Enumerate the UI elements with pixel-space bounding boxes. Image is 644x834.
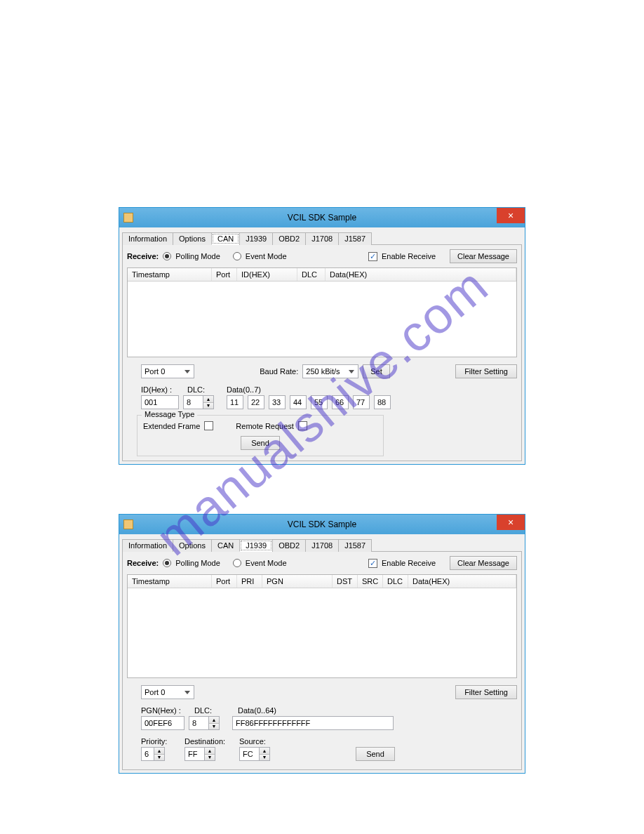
- clear-message-button[interactable]: Clear Message: [450, 556, 517, 570]
- id-label: ID(Hex) :: [141, 385, 183, 394]
- pgn-label: PGN(Hex) :: [141, 706, 190, 715]
- tab-j1587[interactable]: J1587: [338, 232, 372, 245]
- tab-j1939[interactable]: J1939: [239, 539, 273, 552]
- tabpage-can: Receive: Polling Mode Event Mode Enable …: [122, 245, 522, 461]
- col-src[interactable]: SRC: [358, 575, 383, 588]
- send-button[interactable]: Send: [356, 747, 395, 761]
- filter-setting-button[interactable]: Filter Setting: [455, 685, 517, 699]
- remote-request-checkbox[interactable]: [298, 421, 307, 430]
- window-j1939: VCIL SDK Sample × Information Options CA…: [119, 514, 525, 774]
- data-byte-6[interactable]: 77: [353, 395, 370, 409]
- data-byte-3[interactable]: 44: [290, 395, 307, 409]
- tab-options[interactable]: Options: [173, 539, 212, 552]
- id-input[interactable]: 001: [141, 395, 179, 409]
- col-pri[interactable]: PRI: [237, 575, 262, 588]
- message-listview[interactable]: Timestamp Port PRI PGN DST SRC DLC Data(…: [127, 574, 517, 678]
- data-input[interactable]: FF86FFFFFFFFFFFF: [232, 716, 394, 730]
- extended-frame-checkbox[interactable]: [204, 421, 213, 430]
- destination-value[interactable]: FF: [185, 747, 204, 761]
- baudrate-select[interactable]: 250 kBit/s: [302, 364, 358, 378]
- spin-up-icon[interactable]: ▲: [205, 748, 215, 755]
- dlc-value[interactable]: 8: [183, 395, 203, 409]
- message-type-group: Message Type Extended Frame Remote Reque…: [137, 415, 384, 456]
- col-port[interactable]: Port: [212, 268, 237, 281]
- source-spinner[interactable]: FC ▲▼: [239, 747, 270, 761]
- spin-up-icon[interactable]: ▲: [203, 396, 213, 403]
- close-button[interactable]: ×: [497, 208, 525, 223]
- port-select[interactable]: Port 0: [141, 685, 194, 699]
- listview-header: Timestamp Port PRI PGN DST SRC DLC Data(…: [128, 575, 516, 588]
- dlc-spinner[interactable]: 8 ▲▼: [189, 716, 220, 730]
- source-label: Source:: [239, 737, 266, 746]
- spin-up-icon[interactable]: ▲: [154, 748, 164, 755]
- priority-label: Priority:: [141, 737, 180, 746]
- event-mode-radio[interactable]: [233, 559, 241, 567]
- enable-receive-label: Enable Receive: [382, 252, 436, 260]
- enable-receive-checkbox[interactable]: [368, 559, 377, 568]
- spin-down-icon[interactable]: ▼: [209, 724, 219, 730]
- tabstrip: Information Options CAN J1939 OBD2 J1708…: [122, 538, 522, 552]
- col-dlc[interactable]: DLC: [383, 575, 408, 588]
- tab-information[interactable]: Information: [122, 232, 173, 245]
- data-byte-4[interactable]: 55: [311, 395, 328, 409]
- col-port[interactable]: Port: [212, 575, 237, 588]
- remote-request-label: Remote Request: [236, 422, 294, 430]
- tab-j1708[interactable]: J1708: [305, 539, 339, 552]
- polling-mode-radio[interactable]: [163, 252, 171, 260]
- tab-obd2[interactable]: OBD2: [272, 539, 306, 552]
- close-button[interactable]: ×: [497, 515, 525, 530]
- data-byte-5[interactable]: 66: [332, 395, 349, 409]
- spin-down-icon[interactable]: ▼: [205, 755, 215, 761]
- tab-j1939[interactable]: J1939: [239, 232, 273, 245]
- data-byte-2[interactable]: 33: [269, 395, 286, 409]
- priority-spinner[interactable]: 6 ▲▼: [141, 747, 165, 761]
- dlc-spinner[interactable]: 8 ▲▼: [183, 395, 214, 409]
- col-timestamp[interactable]: Timestamp: [128, 268, 212, 281]
- set-baud-button[interactable]: Set: [363, 364, 390, 378]
- col-pgn[interactable]: PGN: [262, 575, 333, 588]
- clear-message-button[interactable]: Clear Message: [450, 249, 517, 263]
- tab-can[interactable]: CAN: [211, 539, 240, 552]
- tab-can[interactable]: CAN: [211, 232, 240, 245]
- send-button[interactable]: Send: [241, 436, 280, 450]
- polling-mode-radio[interactable]: [163, 559, 171, 567]
- data-byte-7[interactable]: 88: [374, 395, 391, 409]
- data07-label: Data(0..7): [227, 385, 261, 394]
- col-dlc[interactable]: DLC: [297, 268, 326, 281]
- enable-receive-checkbox[interactable]: [368, 252, 377, 261]
- tabpage-j1939: Receive: Polling Mode Event Mode Enable …: [122, 552, 522, 770]
- tab-j1587[interactable]: J1587: [338, 539, 372, 552]
- data-byte-0[interactable]: 11: [227, 395, 243, 409]
- polling-mode-label: Polling Mode: [175, 559, 220, 567]
- event-mode-radio[interactable]: [233, 252, 241, 260]
- spin-down-icon[interactable]: ▼: [260, 755, 269, 761]
- tab-obd2[interactable]: OBD2: [272, 232, 306, 245]
- spin-up-icon[interactable]: ▲: [209, 717, 219, 724]
- priority-value[interactable]: 6: [141, 747, 154, 761]
- data064-label: Data(0..64): [238, 706, 276, 715]
- tab-options[interactable]: Options: [173, 232, 212, 245]
- col-timestamp[interactable]: Timestamp: [128, 575, 212, 588]
- filter-setting-button[interactable]: Filter Setting: [455, 364, 517, 378]
- tab-j1708[interactable]: J1708: [305, 232, 339, 245]
- destination-spinner[interactable]: FF ▲▼: [185, 747, 215, 761]
- col-idhex[interactable]: ID(HEX): [237, 268, 297, 281]
- col-dst[interactable]: DST: [333, 575, 358, 588]
- message-listview[interactable]: Timestamp Port ID(HEX) DLC Data(HEX): [127, 267, 517, 357]
- data-byte-1[interactable]: 22: [248, 395, 264, 409]
- window-can: VCIL SDK Sample × Information Options CA…: [119, 207, 525, 465]
- polling-mode-label: Polling Mode: [175, 252, 220, 260]
- spin-down-icon[interactable]: ▼: [154, 755, 164, 761]
- titlebar: VCIL SDK Sample ×: [119, 208, 525, 227]
- receive-label: Receive:: [127, 559, 159, 567]
- port-select[interactable]: Port 0: [141, 364, 194, 378]
- pgn-input[interactable]: 00FEF6: [141, 716, 185, 730]
- col-datahex[interactable]: Data(HEX): [408, 575, 516, 588]
- source-value[interactable]: FC: [239, 747, 259, 761]
- col-datahex[interactable]: Data(HEX): [326, 268, 516, 281]
- tab-information[interactable]: Information: [122, 539, 173, 552]
- event-mode-label: Event Mode: [246, 252, 287, 260]
- spin-down-icon[interactable]: ▼: [203, 403, 213, 409]
- dlc-value[interactable]: 8: [189, 716, 208, 730]
- spin-up-icon[interactable]: ▲: [260, 748, 269, 755]
